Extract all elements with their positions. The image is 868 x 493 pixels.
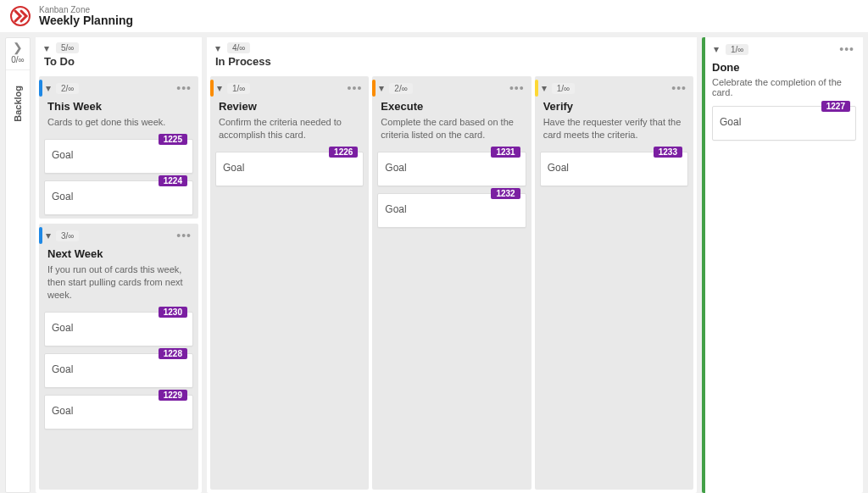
chevron-down-icon: ▾ (46, 83, 51, 93)
card[interactable]: 1228 Goal (44, 353, 193, 388)
more-icon[interactable]: ••• (671, 81, 687, 95)
subcolumn-count: 1/∞ (227, 83, 250, 94)
subcolumn-review: ▾ 1/∞ ••• Review Confirm the criteria ne… (210, 76, 369, 490)
card-id-badge: 1230 (159, 307, 187, 318)
chevron-down-icon: ▾ (714, 44, 719, 54)
card-list: 1233 Goal (535, 148, 693, 190)
more-icon[interactable]: ••• (509, 81, 525, 95)
app-logo (10, 6, 31, 26)
subcolumn-verify: ▾ 1/∞ ••• Verify Have the requester veri… (535, 76, 693, 490)
header-titles: Kanban Zone Weekly Planning (39, 5, 133, 27)
subcolumn-execute: ▾ 2/∞ ••• Execute Complete the card base… (372, 76, 531, 490)
card-id-badge: 1227 (821, 101, 850, 112)
card-list: 1227 Goal (712, 106, 856, 141)
accent-bar (39, 80, 42, 97)
subcolumn-count: 1/∞ (552, 83, 575, 94)
column-todo-title: To Do (44, 55, 193, 68)
columns: ▾ 5/∞ To Do ▾ 2/∞ ••• (36, 37, 863, 493)
card[interactable]: 1233 Goal (540, 152, 688, 186)
header-title: Weekly Planning (39, 14, 133, 27)
card-label: Goal (52, 363, 73, 375)
backlog-expand[interactable]: ❯ 0/∞ (6, 38, 30, 70)
card-label: Goal (720, 116, 741, 128)
card-id-badge: 1224 (159, 175, 187, 186)
todo-stack: ▾ 2/∞ ••• This Week Cards to get done th… (39, 76, 198, 490)
card-list: 1230 Goal 1228 Goal 1229 Goal (39, 308, 198, 433)
card[interactable]: 1224 Goal (44, 180, 193, 215)
chevron-down-icon: ▾ (46, 230, 51, 241)
card-list: 1225 Goal 1224 Goal (39, 136, 198, 219)
card-label: Goal (548, 162, 569, 174)
subcolumn-desc: Cards to get done this week. (47, 116, 190, 129)
accent-bar (39, 227, 42, 244)
card-label: Goal (385, 203, 406, 215)
card[interactable]: 1231 Goal (377, 152, 526, 186)
subcolumn-title: Execute (381, 100, 522, 113)
column-in-process-count: 4/∞ (227, 42, 250, 53)
subcolumn-next-week: ▾ 3/∞ ••• Next Week If you run out of ca… (39, 224, 198, 490)
card-id-badge: 1225 (159, 134, 187, 145)
subcolumn-this-week-header[interactable]: ▾ 2/∞ ••• (39, 76, 198, 100)
chevron-down-icon: ▾ (217, 83, 222, 93)
backlog-count: 0/∞ (11, 55, 24, 64)
card-list: 1226 Goal (210, 148, 369, 190)
subcolumn-desc: Confirm the criteria needed to accomplis… (219, 116, 360, 141)
column-done-count: 1/∞ (726, 44, 748, 55)
card-label: Goal (52, 149, 73, 161)
column-todo-header[interactable]: ▾ 5/∞ (36, 37, 202, 55)
chevron-down-icon: ▾ (215, 43, 220, 53)
accent-bar (210, 80, 214, 97)
more-icon[interactable]: ••• (348, 81, 363, 95)
subcolumn-title: This Week (47, 100, 190, 113)
column-todo: ▾ 5/∞ To Do ▾ 2/∞ ••• (36, 37, 202, 493)
card[interactable]: 1232 Goal (377, 193, 526, 228)
backlog-label: Backlog (13, 86, 23, 122)
card[interactable]: 1229 Goal (44, 395, 193, 429)
card-id-badge: 1232 (491, 188, 520, 199)
subcolumn-desc: If you run out of cards this week, then … (47, 263, 190, 302)
column-in-process-title: In Process (215, 55, 688, 68)
column-in-process: ▾ 4/∞ In Process ▾ 1/∞ ••• Review (207, 37, 697, 493)
chevron-down-icon: ▾ (542, 83, 547, 93)
column-done-desc: Celebrate the completion of the card. (712, 77, 856, 97)
card-label: Goal (223, 162, 244, 174)
more-icon[interactable]: ••• (176, 81, 192, 95)
accent-bar (372, 80, 376, 97)
subcolumn-desc: Complete the card based on the criteria … (381, 116, 522, 141)
app-header: Kanban Zone Weekly Planning (0, 0, 868, 32)
card-id-badge: 1233 (654, 147, 682, 158)
subcolumn-title: Verify (543, 100, 685, 113)
subcolumn-desc: Have the requester verify that the card … (543, 116, 685, 141)
card[interactable]: 1227 Goal (712, 106, 856, 141)
more-icon[interactable]: ••• (839, 42, 854, 56)
subcolumn-title: Review (219, 100, 360, 113)
accent-bar (535, 80, 538, 97)
card-id-badge: 1231 (491, 147, 520, 158)
board: ❯ 0/∞ Backlog ▾ 5/∞ To Do ▾ (0, 32, 868, 493)
card-label: Goal (385, 162, 406, 174)
subcolumn-title: Next Week (47, 247, 190, 260)
subcolumn-execute-header[interactable]: ▾ 2/∞ ••• (372, 76, 531, 100)
card-label: Goal (52, 405, 73, 417)
card-label: Goal (52, 191, 73, 202)
card[interactable]: 1226 Goal (215, 152, 364, 186)
subcolumn-count: 3/∞ (56, 230, 79, 241)
chevron-right-icon: ❯ (13, 42, 23, 53)
column-done-header[interactable]: ▾ 1/∞ ••• (705, 37, 863, 58)
subcolumn-review-header[interactable]: ▾ 1/∞ ••• (210, 76, 369, 100)
subcolumn-next-week-header[interactable]: ▾ 3/∞ ••• (39, 224, 198, 247)
more-icon[interactable]: ••• (176, 229, 192, 242)
card-id-badge: 1226 (329, 147, 358, 158)
card[interactable]: 1230 Goal (44, 312, 193, 346)
column-done: ▾ 1/∞ ••• Done Celebrate the completion … (702, 37, 863, 493)
subcolumn-verify-header[interactable]: ▾ 1/∞ ••• (535, 76, 693, 100)
card-list: 1231 Goal 1232 Goal (372, 148, 531, 231)
card[interactable]: 1225 Goal (44, 139, 193, 174)
subcolumn-this-week: ▾ 2/∞ ••• This Week Cards to get done th… (39, 76, 198, 219)
card-id-badge: 1228 (159, 348, 187, 359)
backlog-collapsed[interactable]: ❯ 0/∞ Backlog (5, 37, 31, 493)
card-label: Goal (52, 322, 73, 334)
subcolumn-count: 2/∞ (389, 83, 412, 94)
chevron-down-icon: ▾ (379, 83, 384, 93)
column-in-process-header[interactable]: ▾ 4/∞ (207, 37, 697, 55)
